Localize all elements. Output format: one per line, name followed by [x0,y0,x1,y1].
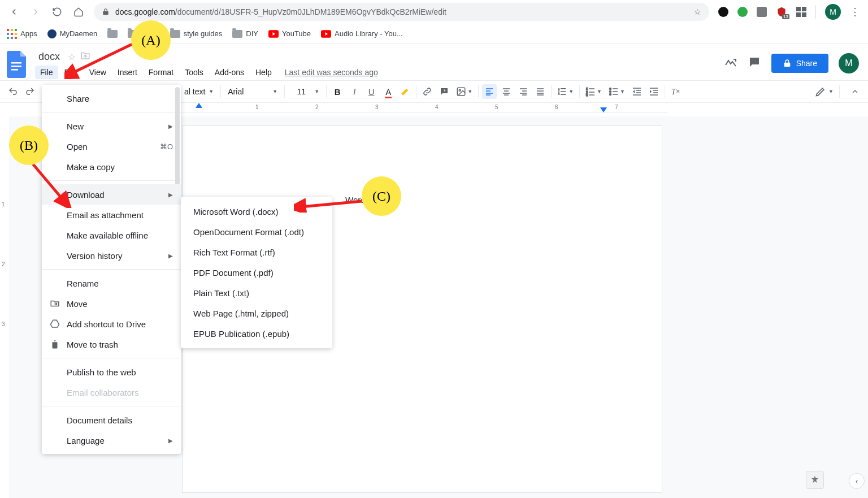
paragraph-style-select[interactable]: al text▼ [181,87,217,96]
apps-button[interactable]: Apps [7,29,37,39]
font-size-select[interactable]: 11▼ [288,87,323,96]
callout-a-arrow [64,42,137,79]
docs-logo[interactable] [7,51,29,79]
submenu-item-html[interactable]: Web Page (.html, zipped) [181,303,332,323]
bookmark-diy[interactable]: DIY [232,29,258,38]
last-edit-link[interactable]: Last edit was seconds ago [285,68,378,77]
editing-mode-button[interactable]: ▼ [813,84,836,99]
item-label: New [67,122,84,131]
ext-icon-5[interactable] [796,7,806,17]
menu-help[interactable]: Help [250,66,277,79]
menu-item-document-details[interactable]: Document details [42,410,181,430]
show-side-panel-button[interactable]: ‹ [849,473,865,489]
submenu-item-epub[interactable]: EPUB Publication (.epub) [181,323,332,344]
menu-format[interactable]: Format [144,66,179,79]
menu-tools[interactable]: Tools [180,66,209,79]
menu-item-new[interactable]: New▶ [42,116,181,136]
align-justify-button[interactable] [533,84,548,99]
ruler-tick: 6 [555,104,558,110]
browser-menu-button[interactable]: ⋮ [850,6,860,18]
bookmark-mydaemen[interactable]: MyDaemen [47,29,97,38]
submenu-arrow-icon: ▶ [168,123,173,129]
menu-item-open[interactable]: Open⌘O [42,136,181,157]
url-host: docs.google.com/document/d/18USFR-5_HupV… [115,7,446,16]
menu-item-add-shortcut[interactable]: Add shortcut to Drive [42,314,181,334]
svg-rect-4 [11,69,18,71]
lock-icon [102,8,110,16]
activity-icon[interactable] [724,55,737,71]
font-select[interactable]: Arial▼ [224,87,281,96]
submenu-item-rtf[interactable]: Rich Text Format (.rtf) [181,242,332,262]
extension-icons: 13 M ⋮ [715,4,863,20]
submenu-arrow-icon: ▶ [168,192,173,198]
submenu-item-txt[interactable]: Plain Text (.txt) [181,283,332,303]
menu-item-move[interactable]: Move [42,293,181,314]
menu-file[interactable]: File [35,66,58,79]
ext-icon-3[interactable] [757,7,767,17]
ext-icon-1[interactable] [718,7,728,17]
svg-text:3: 3 [586,93,588,97]
underline-button[interactable]: U [364,84,379,99]
horizontal-ruler[interactable]: 1 2 3 4 5 6 7 [182,103,668,113]
menu-item-offline[interactable]: Make available offline [42,225,181,245]
item-label: Email collaborators [67,388,139,397]
bold-button[interactable]: B [330,84,345,99]
align-center-button[interactable] [499,84,514,99]
insert-link-button[interactable] [420,84,435,99]
ext-icon-2[interactable] [737,7,748,17]
submenu-item-pdf[interactable]: PDF Document (.pdf) [181,262,332,283]
account-avatar[interactable]: M [839,53,859,73]
menu-item-language[interactable]: Language▶ [42,430,181,451]
right-indent-marker[interactable] [600,107,607,112]
italic-button[interactable]: I [347,84,362,99]
undo-button[interactable] [6,84,20,99]
redo-button[interactable] [23,84,37,99]
callout-a: (A) [131,20,171,60]
bookmark-label: YouTube [282,29,311,38]
collapse-toolbar-button[interactable] [848,84,862,99]
submenu-item-odt[interactable]: OpenDocument Format (.odt) [181,222,332,242]
explore-button[interactable] [806,471,824,489]
bookmark-youtube[interactable]: YouTube [268,29,311,38]
line-spacing-button[interactable]: ▼ [555,84,576,99]
browser-profile-avatar[interactable]: M [825,4,841,20]
share-button[interactable]: Share [771,54,828,73]
clear-formatting-button[interactable]: T✕ [669,84,683,99]
forward-button[interactable] [26,2,45,21]
menu-item-version-history[interactable]: Version history▶ [42,245,181,266]
bookmark-star-icon[interactable]: ☆ [694,7,701,16]
reload-button[interactable] [47,2,67,21]
address-bar[interactable]: docs.google.com/document/d/18USFR-5_HupV… [94,3,709,21]
menu-item-rename[interactable]: Rename [42,273,181,293]
vertical-ruler[interactable]: 1 2 3 [0,116,10,498]
decrease-indent-button[interactable] [630,84,644,99]
text-color-button[interactable]: A [381,84,396,99]
increase-indent-button[interactable] [646,84,661,99]
bookmark-audio-library[interactable]: Audio Library - You... [321,29,403,38]
align-left-button[interactable] [482,84,497,99]
menu-item-share[interactable]: Share [42,88,181,109]
ext-icon-4[interactable]: 13 [776,6,787,18]
item-label: Share [67,94,89,103]
menu-item-publish[interactable]: Publish to the web [42,362,181,382]
bookmark-folder-hidden[interactable] [107,30,118,38]
insert-image-button[interactable]: ▼ [454,84,475,99]
menu-item-trash[interactable]: Move to trash [42,334,181,354]
menu-addons[interactable]: Add-ons [210,66,249,79]
insert-comment-button[interactable]: + [437,84,452,99]
back-button[interactable] [5,2,24,21]
comments-icon[interactable] [748,55,761,71]
bookmark-style-guides[interactable]: style guides [170,29,223,38]
trash-icon [50,339,60,349]
separator [478,85,479,98]
folder-move-icon [50,298,60,309]
numbered-list-button[interactable]: 123▼ [583,84,604,99]
highlight-button[interactable] [398,84,413,99]
ruler-tick: 4 [435,104,439,110]
bullet-list-button[interactable]: ▼ [606,84,627,99]
left-indent-marker[interactable] [196,103,202,108]
doc-title[interactable]: docx [35,50,63,64]
youtube-icon [268,30,279,38]
home-button[interactable] [69,2,88,21]
align-right-button[interactable] [516,84,531,99]
